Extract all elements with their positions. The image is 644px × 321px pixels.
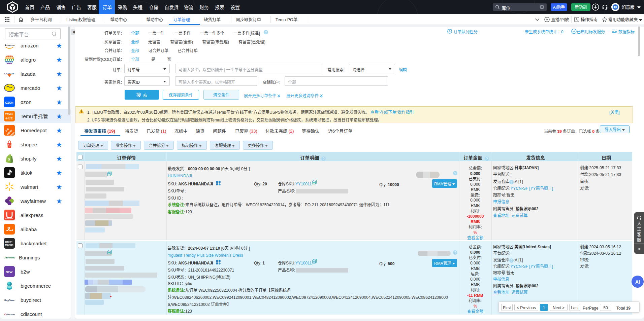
svg-text:S: S	[8, 157, 10, 161]
svg-text:S: S	[8, 143, 11, 147]
